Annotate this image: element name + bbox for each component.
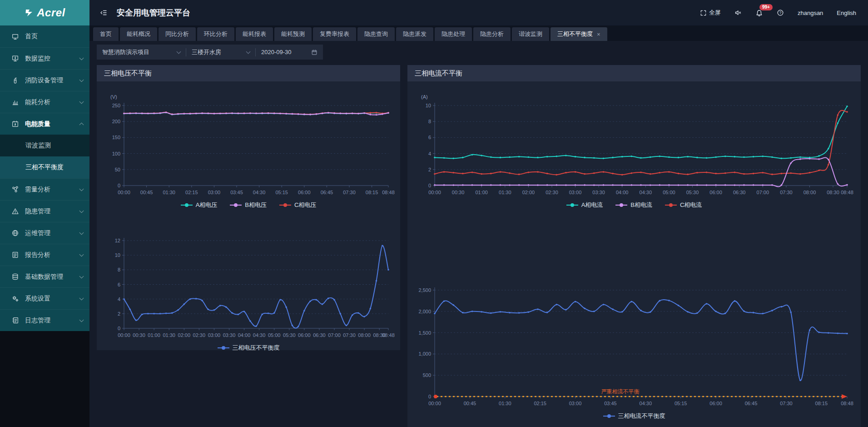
tab-energy-overview[interactable]: 能耗概况 [120,27,157,41]
legend-item[interactable]: A相电压 [181,201,218,209]
legend-label: 三相电压不平衡度 [233,344,280,352]
sidebar-item-energy-analysis[interactable]: 能耗分析 [0,91,89,113]
tab-label: 复费率报表 [320,30,349,38]
legend-label: A相电流 [581,201,603,209]
sidebar-item-log-mgmt[interactable]: 日志管理 [0,309,89,331]
svg-text:07:00: 07:00 [328,332,341,338]
sidebar-item-harmonic-monitor[interactable]: 谐波监测 [0,135,89,156]
report-icon [11,251,19,259]
tab-bar: 首页能耗概况同比分析环比分析能耗报表能耗预测复费率报表隐患查询隐患派发隐患处理隐… [89,25,868,41]
svg-text:00:45: 00:45 [464,401,476,406]
chevron-down-icon [79,274,84,278]
chevron-down-icon [79,77,84,82]
svg-text:00:30: 00:30 [133,332,145,338]
tab-label: 能耗报表 [243,30,266,38]
sidebar-item-hazard-mgmt[interactable]: 隐患管理 [0,200,89,222]
svg-text:02:30: 02:30 [546,190,558,195]
svg-text:05:15: 05:15 [275,190,288,195]
tab-energy-report[interactable]: 能耗报表 [236,27,273,41]
voltage-unbalance-panel: 三相电压不平衡 (V)25020015010050000:0000:4501:3… [97,65,400,350]
current-panel-title: 三相电流不平衡 [407,65,861,81]
tab-home[interactable]: 首页 [93,27,119,41]
tab-yoy-analysis[interactable]: 同比分析 [159,27,196,41]
tab-energy-forecast[interactable]: 能耗预测 [274,27,312,41]
tab-hazard-query[interactable]: 隐患查询 [357,27,395,41]
logo[interactable]: Acrel [0,0,89,25]
sidebar-item-power-quality[interactable]: 电能质量 [0,113,89,135]
sidebar-item-fire-equipment[interactable]: 消防设备管理 [0,69,89,91]
legend-item[interactable]: 三相电压不平衡度 [218,344,280,352]
tab-three-phase-unbalance[interactable]: 三相不平衡度× [551,27,607,41]
svg-text:00:00: 00:00 [428,190,441,195]
demand-icon [11,186,19,194]
chevron-down-icon [79,186,84,191]
svg-text:05:30: 05:30 [686,190,699,195]
tab-label: 三相不平衡度 [557,30,593,38]
sidebar-item-data-monitor[interactable]: 数据监控 [0,47,89,69]
legend-item[interactable]: A相电流 [566,201,603,209]
tab-label: 能耗概况 [127,30,150,38]
svg-text:01:30: 01:30 [163,190,175,195]
collapse-sidebar-icon[interactable] [99,9,108,17]
svg-text:06:30: 06:30 [733,190,746,195]
legend-item[interactable]: B相电流 [615,201,652,209]
svg-text:02:15: 02:15 [534,401,546,406]
username[interactable]: zhangsan [798,10,823,16]
svg-text:02:30: 02:30 [193,332,206,338]
notifications-button[interactable]: 99+ [755,9,763,17]
sidebar-item-demand-analysis[interactable]: 需量分析 [0,178,89,200]
svg-text:(V): (V) [110,94,117,100]
svg-text:03:45: 03:45 [604,401,617,406]
tab-harmonic-monitor[interactable]: 谐波监测 [512,27,549,41]
tab-hazard-handle[interactable]: 隐患处理 [435,27,472,41]
sidebar-item-ops-mgmt[interactable]: 运维管理 [0,222,89,244]
svg-text:01:30: 01:30 [499,401,511,406]
svg-text:6: 6 [118,282,120,287]
fullscreen-button[interactable]: 全屏 [700,9,721,17]
help-button[interactable]: ? [777,9,784,16]
sidebar-item-home[interactable]: 首页 [0,25,89,47]
legend-item[interactable]: C相电压 [279,201,316,209]
tab-hazard-dispatch[interactable]: 隐患派发 [396,27,433,41]
svg-text:(A): (A) [421,94,428,100]
project-select[interactable]: 智慧消防演示项目 [97,45,186,60]
language-toggle[interactable]: English [837,10,856,16]
legend-marker-icon [603,414,615,418]
legend-label: B相电压 [245,201,267,209]
svg-text:08:48: 08:48 [382,190,395,195]
tab-tariff-report[interactable]: 复费率报表 [313,27,356,41]
tab-mom-analysis[interactable]: 环比分析 [197,27,234,41]
tab-label: 同比分析 [165,30,189,38]
svg-text:06:30: 06:30 [313,332,326,338]
svg-text:06:00: 06:00 [298,332,311,338]
svg-text:00:30: 00:30 [452,190,465,195]
chevron-down-icon [79,252,84,256]
help-icon: ? [777,9,784,16]
svg-text:06:00: 06:00 [298,190,311,195]
mute-button[interactable] [734,9,742,16]
location-select[interactable]: 三楼开水房 [186,45,255,60]
sidebar-item-three-phase-unbalance[interactable]: 三相不平衡度 [0,156,89,178]
svg-text:06:45: 06:45 [321,190,333,195]
page-title: 安全用电管理云平台 [117,7,190,18]
legend-item[interactable]: B相电压 [230,201,267,209]
svg-text:03:00: 03:00 [569,401,582,406]
legend-marker-icon [218,346,229,350]
svg-text:02:00: 02:00 [178,332,191,338]
tab-close-icon[interactable]: × [597,31,600,38]
chevron-down-icon [79,55,84,60]
tab-label: 环比分析 [204,30,228,38]
svg-text:01:30: 01:30 [499,190,511,195]
settings-icon [11,295,19,303]
topbar-right: 全屏 99+ ? zhangsan English [700,9,856,17]
sidebar-item-report-analysis[interactable]: 报告分析 [0,244,89,266]
sidebar-item-system-settings[interactable]: 系统设置 [0,287,89,309]
svg-text:1,000: 1,000 [418,351,431,357]
svg-text:04:30: 04:30 [253,332,266,338]
date-picker[interactable]: 2020-09-30 [256,45,323,60]
svg-text:1,500: 1,500 [418,330,431,336]
sidebar-item-base-data[interactable]: 基础数据管理 [0,266,89,287]
tab-hazard-analysis[interactable]: 隐患分析 [473,27,511,41]
legend-item[interactable]: 三相电流不平衡度 [603,412,665,420]
legend-item[interactable]: C相电流 [665,201,702,209]
